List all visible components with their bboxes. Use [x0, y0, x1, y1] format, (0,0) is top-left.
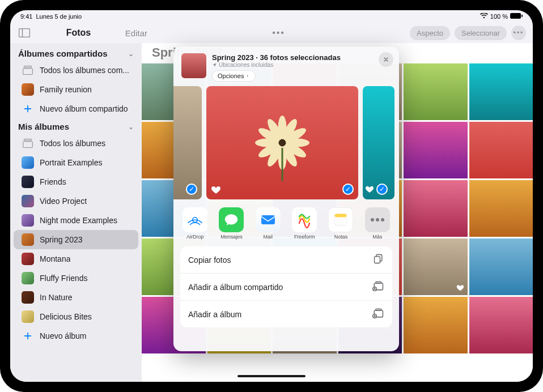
share-sheet: Spring 2023 · 36 fotos seleccionadas Ubi…: [173, 46, 399, 351]
photo-tile[interactable]: [404, 297, 468, 353]
share-app-more[interactable]: Más: [362, 207, 393, 240]
sidebar-item[interactable]: Spring 2023: [14, 230, 138, 249]
sidebar-item-label: Todos los álbumes: [40, 139, 105, 148]
app-label: AirDrop: [186, 234, 204, 240]
aspect-button[interactable]: Aspecto: [410, 26, 450, 40]
toolbar: Fotos Editar ••• Aspecto Seleccionar •••: [10, 23, 533, 43]
sidebar-title: Fotos: [36, 28, 121, 38]
album-icon: [372, 308, 384, 321]
sidebar-item-label: In Nature: [40, 293, 73, 302]
section-shared-albums[interactable]: Álbumes compartidos ⌄: [10, 45, 142, 61]
grab-handle-icon[interactable]: •••: [272, 28, 285, 37]
album-thumbnail: [22, 176, 34, 188]
app-label: Mensajes: [220, 234, 243, 240]
action-label: Añadir a álbum compartido: [188, 283, 283, 292]
sidebar-item-label: Nuevo álbum compartido: [40, 104, 128, 113]
airdrop-icon: [183, 207, 207, 232]
more-icon: [365, 207, 390, 232]
share-app-airdrop[interactable]: AirDrop: [180, 207, 210, 240]
sidebar-item[interactable]: Family reunion: [14, 80, 138, 99]
sidebar-item[interactable]: Video Project: [14, 191, 138, 211]
strip-photo[interactable]: ✓: [173, 86, 202, 199]
sidebar-item[interactable]: Todos los álbumes: [14, 134, 138, 153]
more-button[interactable]: •••: [511, 25, 526, 40]
photo-tile[interactable]: [469, 180, 533, 237]
status-bar: 9:41 Lunes 5 de junio 100 %: [10, 10, 533, 23]
sidebar[interactable]: Álbumes compartidos ⌄ Todos los álbumes …: [10, 43, 142, 382]
svg-rect-7: [23, 142, 33, 148]
svg-rect-39: [376, 309, 381, 310]
sidebar-item[interactable]: Nuevo álbum: [14, 326, 138, 346]
select-button[interactable]: Seleccionar: [455, 26, 507, 40]
photo-tile[interactable]: [404, 180, 468, 237]
album-thumbnail: [22, 253, 34, 265]
app-label: Mail: [264, 234, 273, 240]
sheet-title: Spring 2023 · 36 fotos seleccionadas: [212, 53, 391, 62]
albums-stack-icon: [22, 137, 34, 150]
photo-tile[interactable]: [469, 238, 533, 295]
heart-icon: [211, 185, 221, 195]
status-date: Lunes 5 de junio: [36, 13, 82, 20]
svg-rect-5: [23, 69, 33, 75]
svg-rect-35: [376, 282, 381, 283]
action-copy[interactable]: Copiar fotos: [180, 246, 392, 273]
location-icon: [212, 62, 217, 67]
svg-point-29: [371, 218, 374, 221]
sidebar-item[interactable]: Montana: [14, 249, 138, 269]
section-label: Mis álbumes: [18, 122, 69, 131]
options-button[interactable]: Opciones: [212, 70, 256, 82]
sidebar-item[interactable]: Fluffy Friends: [14, 269, 138, 288]
svg-rect-25: [335, 214, 347, 218]
sidebar-item[interactable]: Delicious Bites: [14, 307, 138, 326]
sidebar-item-label: Montana: [40, 254, 70, 263]
share-app-mail[interactable]: Mail: [253, 207, 283, 240]
app-label: Más: [372, 234, 382, 240]
freeform-icon: [292, 207, 317, 232]
photo-tile[interactable]: [469, 63, 533, 120]
sidebar-item-label: Portrait Examples: [40, 158, 102, 167]
heart-icon: [456, 284, 464, 292]
sidebar-item[interactable]: Portrait Examples: [14, 153, 138, 172]
sidebar-item[interactable]: Todos los álbumes com...: [14, 61, 138, 80]
battery-icon: [510, 13, 523, 20]
section-my-albums[interactable]: Mis álbumes ⌄: [10, 118, 142, 134]
selected-photos-strip[interactable]: ✓: [173, 86, 399, 204]
sidebar-item-label: Family reunion: [40, 85, 92, 94]
svg-rect-0: [510, 13, 521, 19]
sidebar-item[interactable]: Nuevo álbum compartido: [14, 99, 138, 118]
home-indicator[interactable]: [237, 375, 306, 377]
album-thumbnail: [22, 233, 34, 246]
photo-tile[interactable]: [469, 297, 533, 353]
notes-icon: [328, 207, 353, 232]
action-shared[interactable]: Añadir a álbum compartido: [180, 273, 392, 300]
album-thumbnail: [22, 214, 34, 227]
share-app-notes[interactable]: Notas: [325, 207, 356, 240]
album-thumbnail: [22, 291, 34, 304]
shared-icon: [372, 280, 384, 293]
app-label: Notas: [334, 234, 348, 240]
strip-photo[interactable]: ✓: [363, 86, 394, 199]
selection-check-icon: ✓: [186, 184, 197, 195]
flower-illustration: [206, 86, 358, 199]
photo-tile[interactable]: [404, 63, 468, 120]
share-app-msg[interactable]: Mensajes: [216, 207, 247, 240]
copy-icon: [373, 253, 384, 266]
photo-tile[interactable]: [404, 122, 468, 178]
plus-icon: [22, 330, 34, 342]
photo-tile[interactable]: [469, 122, 533, 178]
heart-icon: [365, 185, 375, 195]
app-label: Freeform: [294, 234, 315, 240]
selection-check-icon: ✓: [376, 184, 388, 195]
edit-button[interactable]: Editar: [125, 28, 147, 38]
sidebar-item[interactable]: Night mode Examples: [14, 211, 138, 230]
share-app-freeform[interactable]: Freeform: [289, 207, 320, 240]
close-button[interactable]: [379, 52, 393, 67]
svg-point-30: [376, 218, 379, 221]
status-time: 9:41: [20, 13, 32, 20]
photo-tile[interactable]: [404, 238, 468, 295]
sidebar-item[interactable]: Friends: [14, 172, 138, 191]
action-album[interactable]: Añadir a álbum: [180, 300, 392, 327]
sidebar-item[interactable]: In Nature: [14, 288, 138, 307]
strip-photo-main[interactable]: ✓: [206, 86, 358, 199]
sidebar-toggle-button[interactable]: [17, 27, 32, 39]
